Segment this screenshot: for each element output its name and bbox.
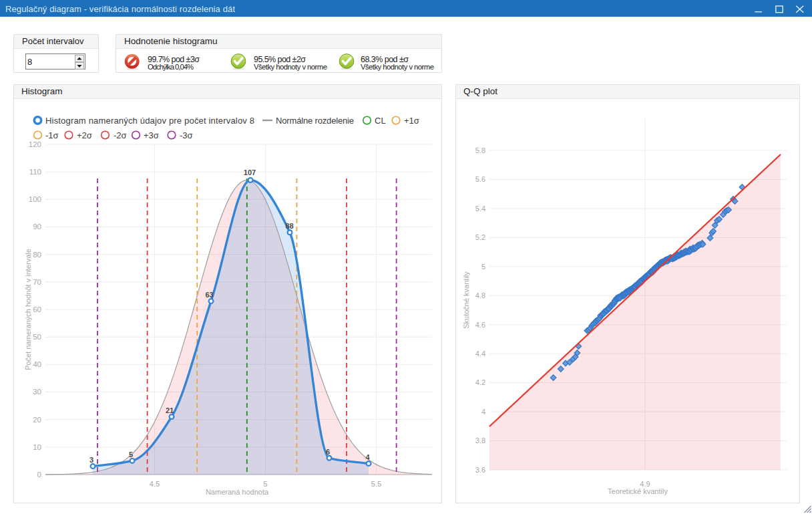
svg-text:80: 80 <box>33 251 41 259</box>
svg-text:5.5: 5.5 <box>371 480 382 488</box>
svg-text:8: 8 <box>27 57 32 67</box>
svg-text:4.4: 4.4 <box>475 350 485 358</box>
svg-text:Histogram nameraných údajov pr: Histogram nameraných údajov pre počet in… <box>45 116 254 126</box>
svg-text:63: 63 <box>205 291 213 299</box>
svg-text:CL: CL <box>375 116 386 126</box>
svg-text:Teoretické kvantily: Teoretické kvantily <box>608 487 668 495</box>
svg-text:5.4: 5.4 <box>475 205 485 213</box>
svg-text:4.5: 4.5 <box>150 480 160 488</box>
svg-text:107: 107 <box>244 168 256 176</box>
svg-text:30: 30 <box>33 388 41 396</box>
svg-text:4: 4 <box>481 408 485 416</box>
svg-text:60: 60 <box>33 305 41 313</box>
svg-text:Všetky hodnoty v norme: Všetky hodnoty v norme <box>254 63 327 71</box>
svg-text:+1σ: +1σ <box>404 116 419 126</box>
svg-text:3.8: 3.8 <box>475 436 485 444</box>
svg-text:3: 3 <box>89 456 93 464</box>
svg-text:6: 6 <box>326 448 330 456</box>
svg-text:Nameraná hodnota: Nameraná hodnota <box>206 488 269 496</box>
svg-text:Skutočné kvantily: Skutočné kvantily <box>462 271 470 329</box>
svg-text:Normálne rozdelenie: Normálne rozdelenie <box>276 116 354 126</box>
svg-text:+2σ: +2σ <box>77 130 92 140</box>
svg-text:88: 88 <box>285 222 293 230</box>
svg-text:5: 5 <box>263 480 267 488</box>
svg-text:4: 4 <box>365 453 370 461</box>
svg-text:4.6: 4.6 <box>475 321 485 329</box>
svg-text:70: 70 <box>33 278 41 286</box>
svg-text:5.6: 5.6 <box>475 175 485 183</box>
svg-text:4.2: 4.2 <box>475 378 485 386</box>
svg-text:Odchýlka 0,04%: Odchýlka 0,04% <box>148 63 194 71</box>
svg-text:5: 5 <box>129 451 133 459</box>
svg-text:110: 110 <box>29 168 41 176</box>
svg-text:5.8: 5.8 <box>475 146 485 154</box>
svg-text:Všetky hodnoty v norme: Všetky hodnoty v norme <box>361 63 434 71</box>
svg-text:40: 40 <box>33 360 41 368</box>
svg-text:90: 90 <box>33 223 41 231</box>
svg-text:20: 20 <box>33 416 41 424</box>
svg-text:Počet nameraných hodnôt v inte: Počet nameraných hodnôt v intervale <box>24 249 32 370</box>
svg-text:-3σ: -3σ <box>180 130 193 140</box>
svg-text:10: 10 <box>33 443 41 451</box>
svg-text:21: 21 <box>166 406 174 414</box>
svg-text:4.8: 4.8 <box>475 291 485 299</box>
svg-text:-2σ: -2σ <box>114 130 127 140</box>
svg-text:3.6: 3.6 <box>475 466 485 474</box>
svg-text:5.2: 5.2 <box>475 233 485 241</box>
svg-text:+3σ: +3σ <box>144 130 159 140</box>
svg-text:Regulačný diagram - verifikáci: Regulačný diagram - verifikácia normálno… <box>5 4 235 14</box>
svg-text:5: 5 <box>481 263 485 271</box>
svg-text:-1σ: -1σ <box>45 130 59 140</box>
svg-text:100: 100 <box>29 195 41 203</box>
svg-text:120: 120 <box>29 140 41 148</box>
svg-text:50: 50 <box>33 333 41 341</box>
svg-text:0: 0 <box>37 471 41 479</box>
